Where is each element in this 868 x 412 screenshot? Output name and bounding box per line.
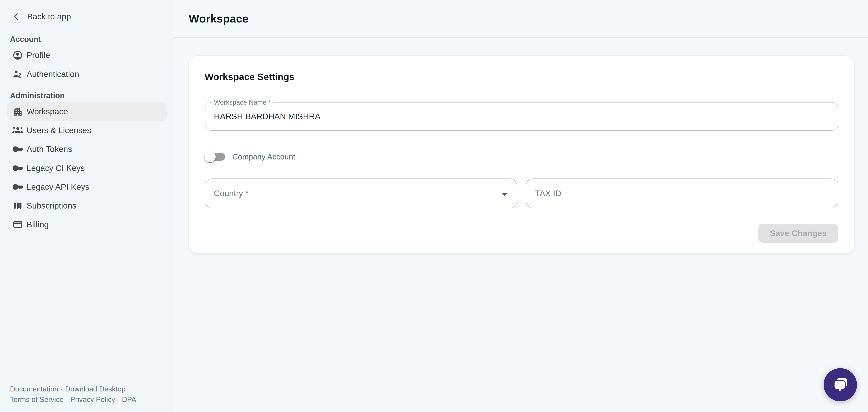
chat-fab[interactable] [824, 368, 857, 401]
sidebar-item-label: Profile [27, 50, 50, 60]
footer-row-1: Documentation·Download Desktop [10, 384, 136, 394]
sidebar-item-authentication[interactable]: Authentication [7, 65, 167, 84]
page-title: Workspace [189, 12, 249, 25]
card-title: Workspace Settings [205, 71, 838, 82]
documentation-link[interactable]: Documentation [10, 385, 58, 393]
key-icon [12, 144, 23, 155]
app-root: Back to app Account Profile Authenticati… [0, 0, 868, 412]
sidebar-section-administration-title: Administration [10, 91, 164, 100]
country-select[interactable]: Country * [205, 178, 517, 208]
workspace-name-label: Workspace Name * [212, 99, 273, 106]
sidebar-item-legacy-api-keys[interactable]: Legacy API Keys [7, 178, 167, 196]
sidebar-item-label: Legacy CI Keys [27, 164, 85, 173]
footer-row-2: Terms of Service·Privacy Policy·DPA [10, 394, 136, 405]
dpa-link[interactable]: DPA [122, 395, 136, 404]
key-icon [12, 181, 23, 193]
dropdown-arrow-icon [498, 187, 511, 203]
sidebar-footer: Documentation·Download Desktop Terms of … [10, 384, 136, 405]
save-changes-button[interactable]: Save Changes [758, 224, 838, 243]
account-circle-icon [12, 50, 23, 61]
key-icon [12, 163, 23, 174]
tax-id-input[interactable] [526, 179, 838, 208]
company-account-label: Company Account [232, 152, 295, 161]
sidebar-item-legacy-ci-keys[interactable]: Legacy CI Keys [7, 159, 167, 178]
country-tax-row: Country * [205, 178, 838, 208]
footer-separator: · [64, 395, 70, 404]
back-to-app-link[interactable]: Back to app [11, 10, 174, 23]
sidebar-item-label: Legacy API Keys [27, 182, 89, 192]
tax-id-field [526, 178, 838, 208]
sidebar-item-label: Users & Licenses [27, 125, 91, 135]
groups-icon [12, 125, 23, 136]
credit-card-icon [12, 219, 23, 230]
chat-bubbles-icon [830, 375, 850, 395]
sidebar-item-users-licenses[interactable]: Users & Licenses [7, 121, 167, 140]
download-desktop-link[interactable]: Download Desktop [65, 385, 126, 393]
sidebar-item-label: Subscriptions [27, 201, 76, 210]
person-key-icon [12, 68, 23, 80]
terms-of-service-link[interactable]: Terms of Service [10, 395, 63, 404]
page-content: Workspace Settings Workspace Name * Comp… [175, 38, 868, 254]
company-account-toggle[interactable] [205, 151, 225, 163]
sidebar-item-auth-tokens[interactable]: Auth Tokens [7, 140, 167, 158]
sidebar-item-workspace[interactable]: Workspace [7, 102, 167, 121]
workspace-name-input[interactable] [205, 102, 838, 130]
company-account-row: Company Account [205, 146, 838, 168]
toggle-thumb [205, 151, 216, 163]
card-actions: Save Changes [205, 224, 838, 243]
sidebar-item-label: Auth Tokens [27, 144, 72, 154]
sidebar-section-account-title: Account [10, 35, 164, 43]
sidebar-item-label: Authentication [27, 69, 79, 79]
sidebar-item-label: Billing [27, 220, 49, 229]
building-icon [12, 106, 23, 117]
chevron-left-icon [11, 11, 22, 22]
country-select-label: Country * [214, 188, 249, 198]
main-area: Workspace Workspace Settings Workspace N… [175, 0, 868, 412]
sidebar-item-label: Workspace [27, 107, 68, 116]
footer-separator: · [115, 395, 122, 404]
privacy-policy-link[interactable]: Privacy Policy [70, 395, 115, 404]
page-header: Workspace [175, 0, 868, 38]
workspace-name-field: Workspace Name * [205, 102, 838, 131]
sidebar-item-subscriptions[interactable]: Subscriptions [7, 196, 167, 215]
footer-separator: · [58, 385, 65, 393]
sidebar: Back to app Account Profile Authenticati… [0, 0, 175, 412]
sidebar-item-billing[interactable]: Billing [7, 215, 167, 234]
bars-icon [12, 200, 23, 211]
back-to-app-label: Back to app [27, 12, 71, 21]
sidebar-item-profile[interactable]: Profile [7, 46, 167, 64]
workspace-settings-card: Workspace Settings Workspace Name * Comp… [189, 55, 854, 254]
